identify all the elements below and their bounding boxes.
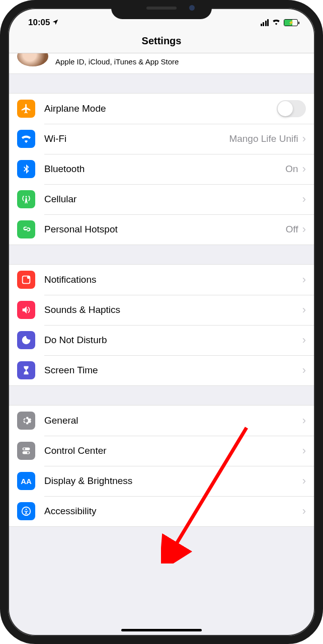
- toggles-icon: [17, 442, 35, 460]
- gear-icon: [17, 412, 35, 430]
- chevron-right-icon: ›: [302, 364, 306, 377]
- chevron-right-icon: ›: [302, 163, 306, 176]
- row-wifi[interactable]: Wi-Fi Mango Life Unifi ›: [8, 124, 315, 154]
- person-circle-icon: [17, 502, 35, 520]
- row-personal-hotspot[interactable]: Personal Hotspot Off ›: [8, 214, 315, 245]
- settings-group-connectivity: Airplane Mode Wi-Fi Mango Life Unifi › B…: [8, 93, 315, 245]
- settings-group-system: General › Control Center › AA Display & …: [8, 405, 315, 527]
- row-label: Sounds & Haptics: [44, 304, 302, 315]
- row-sounds-haptics[interactable]: Sounds & Haptics ›: [8, 295, 315, 325]
- chevron-right-icon: ›: [302, 505, 306, 518]
- chevron-right-icon: ›: [302, 193, 306, 206]
- chevron-right-icon: ›: [302, 273, 306, 286]
- row-do-not-disturb[interactable]: Do Not Disturb ›: [8, 325, 315, 355]
- row-label: Notifications: [44, 274, 302, 285]
- row-label: Accessibility: [44, 506, 302, 517]
- apple-id-subtitle: Apple ID, iCloud, iTunes & App Store: [55, 57, 179, 66]
- row-accessibility[interactable]: Accessibility ›: [8, 496, 315, 526]
- airplane-mode-toggle[interactable]: [277, 100, 306, 117]
- svg-point-3: [24, 448, 26, 450]
- row-label: Display & Brightness: [44, 475, 302, 487]
- row-label: Wi-Fi: [44, 133, 229, 144]
- location-icon: [52, 19, 59, 27]
- status-time: 10:05: [28, 18, 50, 28]
- row-general[interactable]: General ›: [8, 406, 315, 436]
- chevron-right-icon: ›: [302, 444, 306, 457]
- airplane-icon: [17, 100, 35, 118]
- page-title: Settings: [8, 35, 315, 47]
- row-control-center[interactable]: Control Center ›: [8, 436, 315, 466]
- row-display-brightness[interactable]: AA Display & Brightness ›: [8, 466, 315, 496]
- chevron-right-icon: ›: [302, 223, 306, 236]
- row-label: Screen Time: [44, 365, 302, 376]
- status-bar: 10:05 ⚡: [8, 8, 315, 31]
- battery-icon: ⚡: [284, 19, 298, 26]
- nav-header: Settings: [8, 31, 315, 53]
- avatar: [17, 53, 48, 66]
- home-indicator[interactable]: [121, 629, 202, 631]
- svg-point-7: [26, 509, 27, 510]
- link-icon: [17, 220, 35, 238]
- row-label: Airplane Mode: [44, 103, 277, 114]
- wifi-icon: [272, 18, 281, 27]
- chevron-right-icon: ›: [302, 334, 306, 347]
- row-label: General: [44, 415, 302, 426]
- svg-point-5: [27, 452, 29, 454]
- row-label: Bluetooth: [44, 164, 285, 175]
- svg-point-1: [27, 276, 30, 279]
- chevron-right-icon: ›: [302, 303, 306, 316]
- row-label: Do Not Disturb: [44, 335, 302, 346]
- chevron-right-icon: ›: [302, 132, 306, 145]
- row-notifications[interactable]: Notifications ›: [8, 265, 315, 295]
- hourglass-icon: [17, 361, 35, 379]
- row-detail: Off: [286, 224, 298, 235]
- row-label: Personal Hotspot: [44, 224, 286, 235]
- wifi-settings-icon: [17, 130, 35, 148]
- row-bluetooth[interactable]: Bluetooth On ›: [8, 154, 315, 184]
- row-detail: Mango Life Unifi: [229, 133, 298, 144]
- row-label: Control Center: [44, 445, 302, 456]
- row-screen-time[interactable]: Screen Time ›: [8, 355, 315, 385]
- aa-icon: AA: [17, 472, 35, 490]
- antenna-icon: [17, 190, 35, 208]
- row-airplane-mode[interactable]: Airplane Mode: [8, 94, 315, 124]
- bluetooth-icon: [17, 160, 35, 178]
- bell-square-icon: [17, 271, 35, 289]
- settings-group-alerts: Notifications › Sounds & Haptics › Do No…: [8, 264, 315, 386]
- row-cellular[interactable]: Cellular ›: [8, 184, 315, 214]
- row-label: Cellular: [44, 194, 302, 205]
- row-detail: On: [285, 164, 298, 175]
- apple-id-row[interactable]: Apple ID, iCloud, iTunes & App Store: [8, 53, 315, 74]
- speaker-icon: [17, 301, 35, 319]
- chevron-right-icon: ›: [302, 474, 306, 488]
- cellular-signal-icon: [261, 19, 269, 26]
- chevron-right-icon: ›: [302, 414, 306, 427]
- moon-icon: [17, 331, 35, 349]
